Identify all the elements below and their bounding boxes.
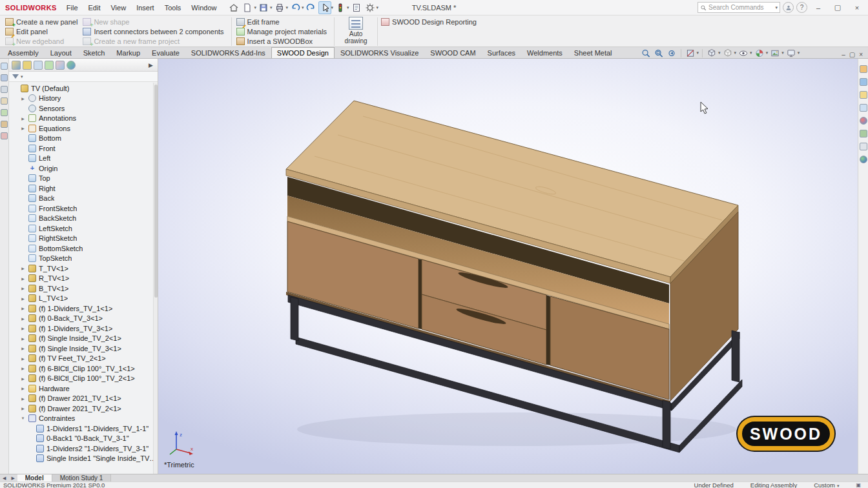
swood-tree-icon[interactable] (67, 61, 76, 70)
ribbon-command[interactable]: Create a new panel (4, 17, 81, 26)
expand-arrow-icon[interactable] (20, 416, 26, 420)
search-input[interactable] (708, 4, 774, 11)
graphics-viewport[interactable]: z x *Trimetric SWOOD (158, 59, 858, 474)
file-properties-icon[interactable] (350, 1, 363, 14)
tree-item[interactable]: (f) Single Inside_TV_2<1> (9, 334, 158, 344)
expand-arrow-icon[interactable] (20, 396, 26, 401)
tree-scrollbar-thumb[interactable] (154, 85, 158, 298)
print-icon[interactable] (273, 1, 286, 14)
tree-item[interactable]: History (9, 94, 158, 104)
ribbon-command[interactable]: Manage project materials (235, 26, 331, 36)
command-tab[interactable]: SOLIDWORKS Add-Ins (185, 47, 271, 58)
command-tab[interactable]: Assembly (2, 47, 45, 58)
tree-item[interactable]: T_TV<1> (9, 263, 158, 274)
swood-material-icon[interactable] (1, 109, 8, 116)
tree-item[interactable]: Origin (9, 163, 158, 174)
expand-arrow-icon[interactable] (20, 306, 26, 310)
panel-expand-chevron-icon[interactable]: ▶ (147, 62, 155, 68)
command-tab[interactable]: SWOOD Design (271, 47, 335, 58)
expand-arrow-icon[interactable] (20, 96, 26, 101)
user-icon[interactable] (783, 2, 794, 13)
expand-arrow-icon[interactable] (20, 266, 26, 270)
tree-item[interactable]: (f) Single Inside_TV_3<1> (9, 343, 158, 354)
tree-item[interactable]: LeftSketch (9, 223, 158, 234)
expand-arrow-icon[interactable] (20, 116, 26, 121)
display-style-icon[interactable] (722, 48, 734, 58)
expand-arrow-icon[interactable] (20, 296, 26, 301)
tree-item[interactable]: TopSketch (9, 254, 158, 264)
doc-restore-icon[interactable]: ▢ (849, 51, 855, 58)
document-tab[interactable]: Motion Study 1 (52, 474, 112, 482)
display-style-caret-icon[interactable]: ▾ (734, 50, 737, 56)
tree-item[interactable]: (f) 6-BlCtl_Clip 100°_TV_1<1> (9, 363, 158, 374)
close-icon[interactable]: × (849, 1, 865, 14)
3d-model-scene[interactable] (158, 59, 858, 474)
new-document-icon[interactable] (241, 1, 254, 14)
tree-item[interactable]: Front (9, 143, 158, 154)
view-settings-caret-icon[interactable]: ▾ (798, 50, 800, 56)
tree-item[interactable]: (f) Drawer 2021_TV_1<1> (9, 394, 158, 404)
tree-item[interactable]: Contraintes (9, 414, 158, 424)
expand-arrow-icon[interactable] (20, 406, 26, 411)
section-view-icon[interactable] (685, 48, 696, 58)
swood-design-reporting-button[interactable]: SWOOD Design Reporting (381, 17, 477, 26)
tree-item[interactable]: (f) TV Feet_TV_2<1> (9, 354, 158, 364)
tree-item[interactable]: Right (9, 183, 158, 194)
doc-close-icon[interactable]: × (859, 51, 863, 58)
task-pane-toggle-icon[interactable]: ▣ (856, 482, 861, 488)
swood-panel-icon[interactable] (1, 63, 8, 70)
expand-arrow-icon[interactable] (20, 386, 26, 391)
ribbon-command[interactable]: Insert a SWOODBox (235, 36, 331, 46)
doc-minimize-icon[interactable]: – (842, 51, 845, 58)
tree-item[interactable]: (f) Drawer 2021_TV_2<1> (9, 403, 158, 414)
edit-appearance-caret-icon[interactable]: ▾ (766, 50, 769, 56)
view-orientation-icon[interactable] (706, 48, 718, 58)
search-caret-icon[interactable]: ▾ (775, 5, 778, 10)
apply-scene-caret-icon[interactable]: ▾ (781, 50, 784, 56)
swood-edgeband-icon[interactable] (1, 97, 8, 105)
swood-center-icon[interactable] (860, 156, 867, 163)
ribbon-command[interactable]: Insert connectors between 2 components (81, 26, 227, 36)
expand-arrow-icon[interactable] (20, 356, 26, 361)
command-tab[interactable]: Markup (110, 47, 146, 58)
tree-item[interactable]: 0-Back1 "0-Back_TV_3-1" (9, 434, 158, 444)
tree-item[interactable]: TV (Default) (9, 83, 158, 94)
tree-item[interactable]: 1-Dividers1 "1-Dividers_TV_1-1" (9, 423, 158, 434)
expand-arrow-icon[interactable] (20, 376, 26, 381)
propertymanager-icon[interactable] (23, 61, 32, 70)
section-view-caret-icon[interactable]: ▾ (697, 50, 699, 56)
appearances-icon[interactable] (860, 117, 867, 125)
tree-item[interactable]: (f) 0-Back_TV_3<1> (9, 314, 158, 324)
tree-item[interactable]: (f) 6-BlCtl_Clip 100°_TV_2<1> (9, 374, 158, 384)
help-icon[interactable]: ? (796, 2, 807, 13)
document-tab[interactable]: Model (17, 474, 52, 482)
tree-item[interactable]: Hardware (9, 383, 158, 394)
menu-item[interactable]: Tools (160, 2, 186, 14)
view-settings-icon[interactable] (785, 48, 797, 58)
tree-item[interactable]: FrontSketch (9, 203, 158, 214)
options-icon[interactable] (364, 1, 377, 14)
swood-report-icon[interactable] (1, 132, 8, 139)
command-tab[interactable]: Surfaces (482, 47, 521, 58)
expand-arrow-icon[interactable] (20, 336, 26, 341)
tree-item[interactable]: Top (9, 174, 158, 184)
redo-icon[interactable] (305, 1, 318, 14)
command-tab[interactable]: Weldments (521, 47, 568, 58)
dimxpertmanager-icon[interactable] (45, 61, 54, 70)
tree-item[interactable]: 1-Dividers2 "1-Dividers_TV_3-1" (9, 443, 158, 454)
hide-show-caret-icon[interactable]: ▾ (750, 50, 752, 56)
tab-scroll-right-icon[interactable]: ▶ (8, 474, 17, 482)
expand-arrow-icon[interactable] (20, 286, 26, 290)
ribbon-command[interactable]: Edit frame (235, 17, 331, 26)
units-selector[interactable]: Custom▾ (814, 482, 839, 488)
menu-item[interactable]: Edit (84, 2, 105, 14)
displaymanager-icon[interactable] (56, 61, 65, 70)
scenes-icon[interactable] (860, 130, 867, 137)
view-orientation-caret-icon[interactable]: ▾ (718, 50, 721, 56)
expand-arrow-icon[interactable] (20, 346, 26, 351)
view-palette-icon[interactable] (860, 104, 867, 112)
ribbon-command[interactable]: New edgeband (4, 36, 81, 46)
swood-box-icon[interactable] (1, 121, 8, 128)
tree-scrollbar[interactable] (153, 83, 158, 474)
tree-item[interactable]: Back (9, 194, 158, 204)
